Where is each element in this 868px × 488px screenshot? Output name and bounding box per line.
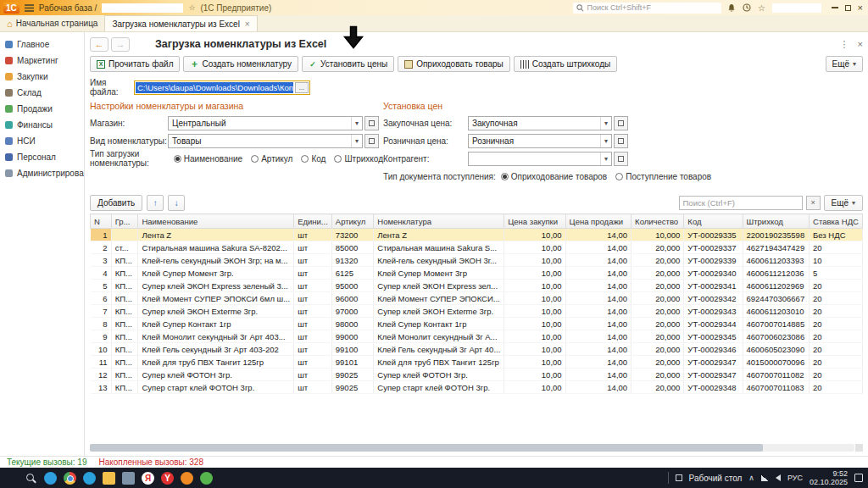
cell[interactable]: 4600605023090 <box>743 343 810 356</box>
cell[interactable]: 20 <box>810 292 863 305</box>
cell[interactable]: УТ-00029345 <box>684 330 743 343</box>
sidebar-item-Персонал[interactable]: Персонал <box>0 149 84 165</box>
yandex-icon[interactable]: Я <box>142 472 154 485</box>
cell[interactable]: 20 <box>810 330 863 343</box>
form-close-icon[interactable]: × <box>858 39 863 50</box>
add-row-button[interactable]: Добавить <box>90 195 142 211</box>
cell[interactable]: шт <box>294 254 332 267</box>
cell[interactable]: 10,00 <box>504 343 565 356</box>
chrome-icon[interactable] <box>64 472 76 485</box>
dropdown-arrow-icon[interactable]: ▾ <box>600 117 611 130</box>
forward-button[interactable]: → <box>111 37 130 52</box>
cell[interactable]: 98000 <box>331 318 373 330</box>
table-row[interactable]: 10КП...Клей Гель секундный 3г Арт 403-20… <box>91 343 863 356</box>
cell[interactable]: УТ-00029341 <box>684 280 743 292</box>
cell[interactable]: 20 <box>810 356 863 369</box>
cell[interactable]: 1 <box>91 229 112 241</box>
cell[interactable]: 10,00 <box>504 369 565 381</box>
cell[interactable]: УТ-00029339 <box>684 254 743 267</box>
sidebar-item-Склад[interactable]: Склад <box>0 85 84 101</box>
cell[interactable]: Супер клей ЭКОН Express зеленый 3... <box>138 280 294 292</box>
radio-Штрихкод[interactable]: Штрихкод <box>334 154 383 164</box>
column-header-N[interactable]: N <box>91 214 112 229</box>
global-search-input[interactable]: Поиск Ctrl+Shift+F <box>573 3 721 14</box>
sidebar-item-Администрирование[interactable]: Администрирование <box>0 165 84 181</box>
cell[interactable]: УТ-00029346 <box>684 343 743 356</box>
cell[interactable]: 4600611203393 <box>743 254 810 267</box>
edge-icon[interactable] <box>44 472 57 485</box>
sidebar-item-Продажи[interactable]: Продажи <box>0 101 84 117</box>
column-header-Цена продажи[interactable]: Цена продажи <box>565 214 632 229</box>
table-row[interactable]: 6КП...Клей Момент СУПЕР ЭПОКСИ 6мл ш...ш… <box>91 292 863 305</box>
cell[interactable]: 10,00 <box>504 318 565 330</box>
purchase-price-field[interactable]: Закупочная ▾ <box>468 116 612 130</box>
radio-Код[interactable]: Код <box>301 154 326 164</box>
cell[interactable]: 10,00 <box>504 356 565 369</box>
cell[interactable]: Супер клей ЭКОН Exterme 3гр. <box>138 305 294 318</box>
cell[interactable]: Клей Монолит секундный 3г Арт 403... <box>138 330 294 343</box>
purchase-open-button[interactable] <box>614 116 628 130</box>
kind-field[interactable]: Товары ▾ <box>168 134 363 148</box>
cell[interactable]: Клей Супер Контакт 1гр <box>374 318 504 330</box>
table-row[interactable]: 2ст...Стиральная машина Sakura SA-8202..… <box>91 241 863 254</box>
cell[interactable]: 4015000070096 <box>743 356 810 369</box>
cell[interactable]: Стиральная машина Sakura S... <box>374 241 504 254</box>
cell[interactable]: Супер клей ФОТОН 3гр. <box>138 369 294 381</box>
table-row[interactable]: 3КП...Клей-гель секундный ЭКОН 3гр; на м… <box>91 254 863 267</box>
sidebar-item-Маркетинг[interactable]: Маркетинг <box>0 53 84 69</box>
cell[interactable]: 91320 <box>331 254 373 267</box>
cell[interactable]: КП... <box>111 305 138 318</box>
cell[interactable]: 20 <box>810 280 863 292</box>
clear-search-button[interactable]: × <box>806 196 821 210</box>
cell[interactable]: 5 <box>810 267 863 280</box>
notifications-bell-icon[interactable] <box>726 3 737 13</box>
green-app-icon[interactable] <box>200 472 213 485</box>
main-menu-icon[interactable] <box>25 4 34 12</box>
maximize-button[interactable] <box>845 5 851 11</box>
cell[interactable]: 99100 <box>331 343 373 356</box>
column-header-Наименование[interactable]: Наименование <box>138 214 294 229</box>
close-button[interactable]: × <box>858 3 863 12</box>
cell[interactable]: 20,000 <box>632 369 684 381</box>
cell[interactable]: 9 <box>91 330 112 343</box>
cell[interactable]: 20,000 <box>632 305 684 318</box>
store-field[interactable]: Центральный ▾ <box>168 116 363 130</box>
cell[interactable]: УТ-00029347 <box>684 369 743 381</box>
cell[interactable]: шт <box>294 369 332 381</box>
cell[interactable]: 14,00 <box>565 254 632 267</box>
cell[interactable]: 20 <box>810 318 863 330</box>
cell[interactable]: шт <box>294 330 332 343</box>
column-header-Номенклатура[interactable]: Номенклатура <box>374 214 504 229</box>
cell[interactable]: УТ-00029347 <box>684 356 743 369</box>
sidebar-item-Финансы[interactable]: Финансы <box>0 117 84 133</box>
cell[interactable]: УТ-00029344 <box>684 318 743 330</box>
cell[interactable]: шт <box>294 381 332 394</box>
cell[interactable]: КП... <box>111 267 138 280</box>
cell[interactable]: 20,000 <box>632 381 684 394</box>
cell[interactable]: 10,00 <box>504 305 565 318</box>
table-row[interactable]: 4КП...Клей Супер Момент 3гр.шт6125Клей С… <box>91 267 863 280</box>
sidebar-item-Закупки[interactable]: Закупки <box>0 69 84 85</box>
cell[interactable]: 7 <box>91 305 112 318</box>
cell[interactable]: 97000 <box>331 305 373 318</box>
column-header-Ставка НДС[interactable]: Ставка НДС <box>810 214 863 229</box>
cell[interactable]: 6924470306667 <box>743 292 810 305</box>
cell[interactable]: 10,00 <box>504 280 565 292</box>
cell[interactable]: Клей Момент СУПЕР ЭПОКСИ 6мл ш... <box>138 292 294 305</box>
cell[interactable]: шт <box>294 241 332 254</box>
cell[interactable]: Супер старт клей ФОТОН 3гр. <box>374 381 504 394</box>
cell[interactable]: Клей Супер Момент 3гр <box>374 267 504 280</box>
cell[interactable]: 13 <box>91 381 112 394</box>
cell[interactable]: 14,00 <box>565 280 632 292</box>
cell[interactable]: УТ-00029335 <box>684 229 743 241</box>
cell[interactable]: 11 <box>91 356 112 369</box>
table-row[interactable]: 9КП...Клей Монолит секундный 3г Арт 403.… <box>91 330 863 343</box>
cell[interactable]: 5 <box>91 280 112 292</box>
table-row[interactable]: 13КП...Супер старт клей ФОТОН 3гр.шт9902… <box>91 381 863 394</box>
scrollbar-thumb[interactable] <box>90 444 763 452</box>
counterparty-open-button[interactable] <box>614 152 628 166</box>
tab-load-from-excel[interactable]: Загрузка номенклатуры из Excel × <box>104 15 257 31</box>
cell[interactable]: 4607007014885 <box>743 318 810 330</box>
cell[interactable]: 4 <box>91 267 112 280</box>
grid-search-input[interactable]: Поиск (Ctrl+F) <box>679 196 803 210</box>
